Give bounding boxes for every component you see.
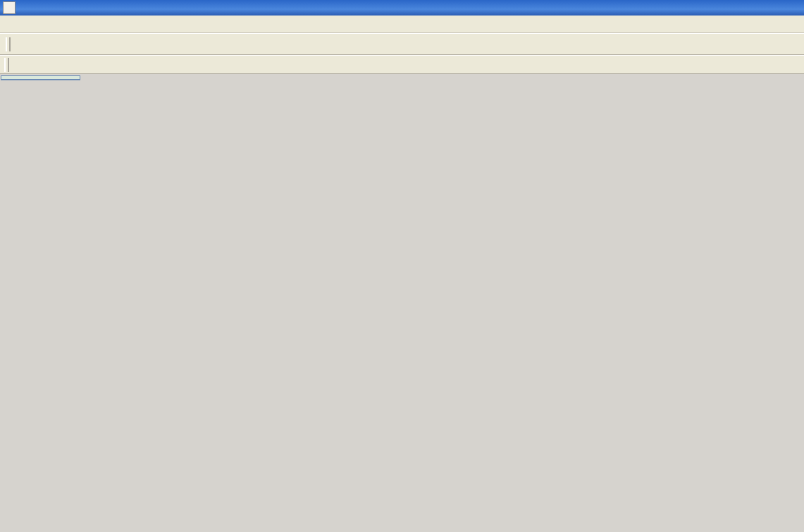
app-logo-icon xyxy=(3,1,16,14)
toolbar-grip xyxy=(6,37,11,51)
menu-bar xyxy=(0,16,804,33)
app-logo-icon-menu xyxy=(4,18,16,30)
toolbar-grip xyxy=(4,58,9,72)
drawing-toolbar xyxy=(0,55,804,74)
main-toolbar xyxy=(0,33,804,55)
symbol-info-panel xyxy=(1,75,80,80)
gann-wheel-canvas[interactable] xyxy=(0,0,804,532)
title-bar[interactable] xyxy=(0,0,804,16)
symbol-name xyxy=(1,76,80,80)
